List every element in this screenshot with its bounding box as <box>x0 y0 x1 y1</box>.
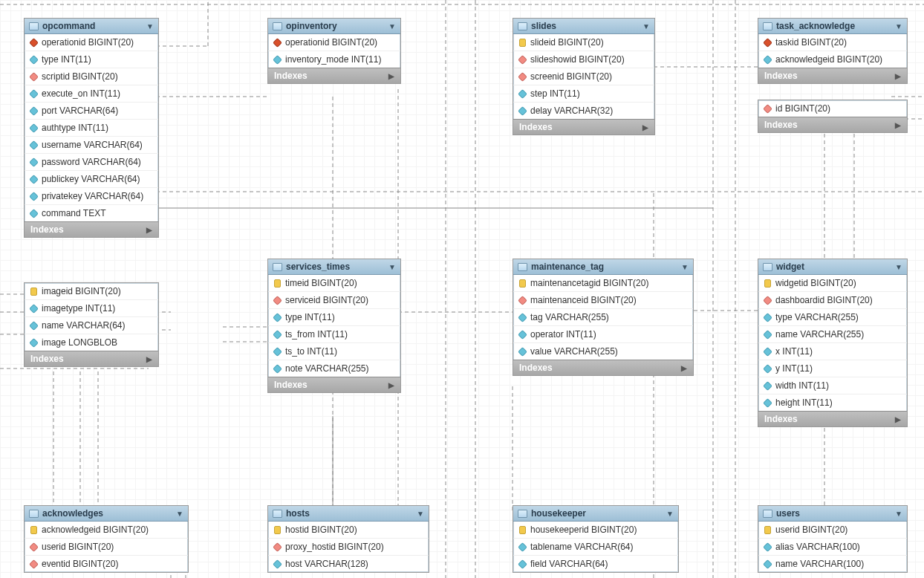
erd-canvas[interactable]: { "indexes_label":"Indexes", "tables":[ … <box>0 0 924 578</box>
table-header[interactable]: housekeeper▼ <box>513 506 678 522</box>
indexes-section[interactable]: Indexes▶ <box>513 119 654 134</box>
column-row[interactable]: privatekey VARCHAR(64) <box>25 187 158 204</box>
column-row[interactable]: housekeeperid BIGINT(20) <box>513 522 678 538</box>
expand-icon[interactable]: ▶ <box>895 72 901 80</box>
column-row[interactable]: slideid BIGINT(20) <box>513 34 654 51</box>
chevron-down-icon[interactable]: ▼ <box>666 510 674 518</box>
column-row[interactable]: acknowledgeid BIGINT(20) <box>25 522 188 538</box>
column-row[interactable]: operationid BIGINT(20) <box>25 34 158 51</box>
column-row[interactable]: x INT(11) <box>758 342 907 360</box>
table-header[interactable]: services_times▼ <box>268 259 400 275</box>
column-row[interactable]: proxy_hostid BIGINT(20) <box>268 538 429 555</box>
table-header[interactable]: maintenance_tag▼ <box>513 259 693 275</box>
column-row[interactable]: imagetype INT(11) <box>25 299 158 316</box>
column-row[interactable]: timeid BIGINT(20) <box>268 275 400 291</box>
column-row[interactable]: command TEXT <box>25 204 158 221</box>
expand-icon[interactable]: ▶ <box>895 121 901 129</box>
column-row[interactable]: widgetid BIGINT(20) <box>758 275 907 291</box>
expand-icon[interactable]: ▶ <box>642 123 648 131</box>
expand-icon[interactable]: ▶ <box>146 226 152 234</box>
column-row[interactable]: password VARCHAR(64) <box>25 153 158 170</box>
column-row[interactable]: scriptid BIGINT(20) <box>25 68 158 85</box>
column-row[interactable]: step INT(11) <box>513 85 654 102</box>
chevron-down-icon[interactable]: ▼ <box>642 22 650 30</box>
column-row[interactable]: operator INT(11) <box>513 325 693 342</box>
chevron-down-icon[interactable]: ▼ <box>388 22 396 30</box>
chevron-down-icon[interactable]: ▼ <box>681 263 689 271</box>
column-row[interactable]: type INT(11) <box>25 51 158 68</box>
column-row[interactable]: acknowledgeid BIGINT(20) <box>758 51 907 68</box>
table-widget[interactable]: widget▼widgetid BIGINT(20)dashboardid BI… <box>758 259 908 427</box>
column-row[interactable]: height INT(11) <box>758 394 907 411</box>
column-row[interactable]: username VARCHAR(64) <box>25 136 158 153</box>
table-header[interactable]: acknowledges▼ <box>25 506 188 522</box>
column-row[interactable]: field VARCHAR(64) <box>513 555 678 572</box>
column-row[interactable]: value VARCHAR(255) <box>513 342 693 360</box>
column-row[interactable]: hostid BIGINT(20) <box>268 522 429 538</box>
table-hosts[interactable]: hosts▼hostid BIGINT(20)proxy_hostid BIGI… <box>267 505 429 573</box>
table-task_acknowledge[interactable]: task_acknowledge▼taskid BIGINT(20)acknow… <box>758 18 908 84</box>
expand-icon[interactable]: ▶ <box>681 364 687 372</box>
table-header[interactable]: opcommand▼ <box>25 19 158 34</box>
column-row[interactable]: maintenancetagid BIGINT(20) <box>513 275 693 291</box>
column-row[interactable]: operationid BIGINT(20) <box>268 34 400 51</box>
chevron-down-icon[interactable]: ▼ <box>146 22 154 30</box>
expand-icon[interactable]: ▶ <box>388 381 394 389</box>
table-header[interactable]: opinventory▼ <box>268 19 400 34</box>
column-row[interactable]: userid BIGINT(20) <box>25 538 188 555</box>
column-row[interactable]: slideshowid BIGINT(20) <box>513 51 654 68</box>
column-row[interactable]: tag VARCHAR(255) <box>513 308 693 325</box>
chevron-down-icon[interactable]: ▼ <box>895 22 902 30</box>
table-opcommand[interactable]: opcommand▼operationid BIGINT(20)type INT… <box>24 18 159 238</box>
indexes-section[interactable]: Indexes▶ <box>268 377 400 392</box>
table-header[interactable]: slides▼ <box>513 19 654 34</box>
indexes-section[interactable]: Indexes▶ <box>758 117 907 132</box>
table-housekeeper[interactable]: housekeeper▼housekeeperid BIGINT(20)tabl… <box>513 505 679 573</box>
table-opinventory[interactable]: opinventory▼operationid BIGINT(20)invent… <box>267 18 401 84</box>
chevron-down-icon[interactable]: ▼ <box>176 510 183 518</box>
column-row[interactable]: ts_to INT(11) <box>268 342 400 360</box>
column-row[interactable]: taskid BIGINT(20) <box>758 34 907 51</box>
indexes-section[interactable]: Indexes▶ <box>758 68 907 83</box>
column-row[interactable]: name VARCHAR(64) <box>25 316 158 334</box>
column-row[interactable]: imageid BIGINT(20) <box>25 283 158 299</box>
column-row[interactable]: publickey VARCHAR(64) <box>25 170 158 187</box>
column-row[interactable]: screenid BIGINT(20) <box>513 68 654 85</box>
column-row[interactable]: execute_on INT(11) <box>25 85 158 102</box>
expand-icon[interactable]: ▶ <box>895 415 901 423</box>
column-row[interactable]: host VARCHAR(128) <box>268 555 429 572</box>
table-header[interactable]: task_acknowledge▼ <box>758 19 907 34</box>
column-row[interactable]: eventid BIGINT(20) <box>25 555 188 572</box>
column-row[interactable]: inventory_mode INT(11) <box>268 51 400 68</box>
expand-icon[interactable]: ▶ <box>388 72 394 80</box>
column-row[interactable]: note VARCHAR(255) <box>268 360 400 377</box>
table-fragment[interactable]: imageid BIGINT(20)imagetype INT(11)name … <box>24 282 159 367</box>
column-row[interactable]: name VARCHAR(255) <box>758 325 907 342</box>
column-row[interactable]: name VARCHAR(100) <box>758 555 907 572</box>
chevron-down-icon[interactable]: ▼ <box>417 510 424 518</box>
column-row[interactable]: dashboardid BIGINT(20) <box>758 291 907 308</box>
table-users[interactable]: users▼userid BIGINT(20)alias VARCHAR(100… <box>758 505 908 573</box>
indexes-section[interactable]: Indexes▶ <box>25 221 158 237</box>
table-slides[interactable]: slides▼slideid BIGINT(20)slideshowid BIG… <box>513 18 655 135</box>
column-row[interactable]: delay VARCHAR(32) <box>513 102 654 119</box>
chevron-down-icon[interactable]: ▼ <box>895 263 902 271</box>
column-row[interactable]: serviceid BIGINT(20) <box>268 291 400 308</box>
table-header[interactable]: users▼ <box>758 506 907 522</box>
column-row[interactable]: type VARCHAR(255) <box>758 308 907 325</box>
chevron-down-icon[interactable]: ▼ <box>388 263 396 271</box>
table-acknowledges[interactable]: acknowledges▼acknowledgeid BIGINT(20)use… <box>24 505 189 573</box>
indexes-section[interactable]: Indexes▶ <box>25 351 158 366</box>
column-row[interactable]: type INT(11) <box>268 308 400 325</box>
indexes-section[interactable]: Indexes▶ <box>513 360 693 375</box>
table-header[interactable]: hosts▼ <box>268 506 429 522</box>
column-row[interactable]: width INT(11) <box>758 377 907 394</box>
indexes-section[interactable]: Indexes▶ <box>268 68 400 83</box>
indexes-section[interactable]: Indexes▶ <box>758 411 907 426</box>
column-row[interactable]: userid BIGINT(20) <box>758 522 907 538</box>
column-row[interactable]: y INT(11) <box>758 360 907 377</box>
column-row[interactable]: maintenanceid BIGINT(20) <box>513 291 693 308</box>
column-row[interactable]: alias VARCHAR(100) <box>758 538 907 555</box>
column-row[interactable]: ts_from INT(11) <box>268 325 400 342</box>
column-row[interactable]: image LONGBLOB <box>25 334 158 351</box>
